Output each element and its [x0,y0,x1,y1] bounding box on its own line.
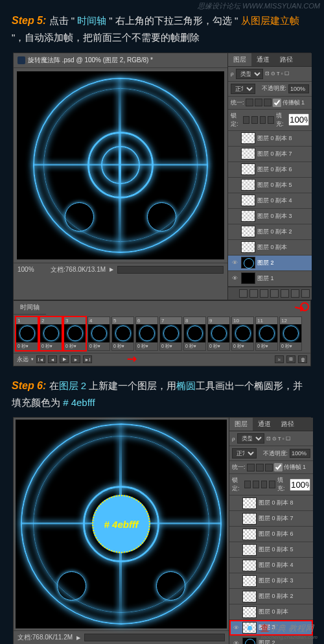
loop-select[interactable]: 永远 [17,355,29,364]
visibility-toggle[interactable] [231,623,240,632]
next-frame-btn[interactable]: ► [71,355,80,363]
filter-type-select[interactable]: 类型 [236,69,263,79]
canvas[interactable] [17,71,224,259]
timeline-frame[interactable]: 80 秒▾ [183,316,206,351]
first-frame-btn[interactable]: I◄ [36,355,45,363]
timeline-frame[interactable]: 30 秒▾ [64,316,86,351]
tab-channels[interactable]: 通道 [251,53,275,66]
timeline-frame[interactable]: 40 秒▾ [87,316,110,351]
unify-position-icon[interactable] [246,99,253,106]
layer-row[interactable]: 图层 0 副本 [228,240,312,256]
visibility-toggle[interactable] [231,577,240,586]
h-scrollbar[interactable] [117,266,224,274]
layer-row[interactable]: 图层 0 副本 3 [228,209,312,224]
timeline-frame[interactable]: 10 秒▾ [16,316,38,351]
layer-row[interactable]: 图层 0 副本 5 [228,178,312,193]
h-scrollbar[interactable] [84,634,225,641]
last-frame-btn[interactable]: ►I [83,355,92,363]
visibility-toggle[interactable] [231,530,240,539]
visibility-toggle[interactable] [231,514,240,523]
unify-style-icon[interactable] [265,464,273,471]
lock-all-icon[interactable] [269,481,275,488]
visibility-toggle[interactable] [230,211,239,221]
visibility-toggle[interactable] [230,149,239,158]
layer-row[interactable]: 图层 0 副本 2 [228,224,312,240]
lock-image-icon[interactable] [251,116,258,124]
visibility-toggle[interactable] [230,243,239,252]
opacity-input[interactable] [290,449,310,458]
unify-visibility-icon[interactable] [255,99,262,106]
prev-frame-btn[interactable]: ◄ [48,355,57,363]
fx-icon[interactable] [249,289,258,298]
visibility-toggle[interactable] [231,639,240,644]
lock-trans-icon[interactable] [243,116,249,124]
trash-icon[interactable] [301,289,310,298]
layer-row[interactable]: 图层 2 [228,256,312,271]
filter-type-select[interactable]: 类型 [237,433,264,444]
layer-row[interactable]: 图层 0 副本 7 [228,147,312,162]
propagate-checkbox[interactable] [273,99,281,107]
mask-icon[interactable] [260,289,268,298]
layer-row[interactable]: 图层 0 副本 [229,604,313,620]
blend-mode-select[interactable]: 正常 [232,448,257,459]
lock-all-icon[interactable] [268,116,274,124]
layer-row[interactable]: 图层 0 副本 2 [229,589,313,604]
fill-input[interactable] [290,479,310,491]
visibility-toggle[interactable] [230,165,239,174]
tween-btn[interactable]: ≈ [275,355,284,363]
visibility-toggle[interactable] [230,227,239,236]
canvas[interactable]: # 4ebfff [16,420,227,628]
layer-row[interactable]: 图层 0 副本 5 [229,542,313,558]
visibility-toggle[interactable] [230,180,239,189]
visibility-toggle[interactable] [230,258,239,267]
lock-pos-icon[interactable] [260,116,266,124]
unify-position-icon[interactable] [247,464,255,471]
lock-pos-icon[interactable] [261,481,268,488]
fill-input[interactable] [288,113,309,126]
timeline-frame[interactable]: 50 秒▾ [111,316,134,351]
timeline-frame[interactable]: 110 秒▾ [255,316,278,351]
visibility-toggle[interactable] [230,134,239,143]
group-icon[interactable] [281,289,289,298]
timeline-frame[interactable]: 120 秒▾ [279,316,302,351]
tab-channels[interactable]: 通道 [253,418,276,431]
play-btn[interactable]: ▶ [60,355,69,363]
adjust-icon[interactable] [270,289,279,298]
layer-row[interactable]: 图层 0 副本 6 [228,162,312,178]
delete-frame-btn[interactable]: 🗑 [298,355,307,363]
timeline-frame[interactable]: 100 秒▾ [231,316,254,351]
lock-trans-icon[interactable] [244,481,251,488]
tab-layers[interactable]: 图层 [228,53,251,66]
visibility-toggle[interactable] [231,545,240,555]
visibility-toggle[interactable] [231,608,240,617]
layer-row[interactable]: 图层 0 副本 8 [228,131,312,147]
propagate-checkbox[interactable] [274,463,283,471]
lock-image-icon[interactable] [253,481,259,488]
visibility-toggle[interactable] [230,274,239,283]
opacity-input[interactable] [288,84,309,93]
timeline-frame[interactable]: 20 秒▾ [40,316,62,351]
visibility-toggle[interactable] [231,592,240,601]
timeline-frame[interactable]: 70 秒▾ [159,316,182,351]
layer-row[interactable]: 图层 0 副本 7 [229,511,313,527]
timeline-frame[interactable]: 60 秒▾ [135,316,158,351]
link-icon[interactable] [239,289,248,298]
visibility-toggle[interactable] [231,561,240,570]
unify-style-icon[interactable] [264,99,272,106]
layer-row[interactable]: 图层 0 副本 6 [229,527,313,542]
zoom-level[interactable]: 100% [17,266,47,273]
tab-paths[interactable]: 路径 [275,53,298,66]
timeline-tab[interactable]: 时间轴 [14,301,46,315]
unify-visibility-icon[interactable] [256,464,264,471]
new-frame-btn[interactable]: ⊞ [286,355,295,363]
timeline-frame[interactable]: 90 秒▾ [207,316,230,351]
tab-layers[interactable]: 图层 [229,418,253,431]
layer-row[interactable]: 图层 0 副本 4 [229,558,313,573]
new-layer-icon[interactable] [291,289,299,298]
tab-paths[interactable]: 路径 [276,418,299,431]
visibility-toggle[interactable] [231,499,240,508]
layer-row[interactable]: 图层 0 副本 4 [228,193,312,209]
layer-row[interactable]: 图层 0 副本 8 [229,495,313,511]
blend-mode-select[interactable]: 正常 [231,84,255,94]
visibility-toggle[interactable] [230,196,239,205]
